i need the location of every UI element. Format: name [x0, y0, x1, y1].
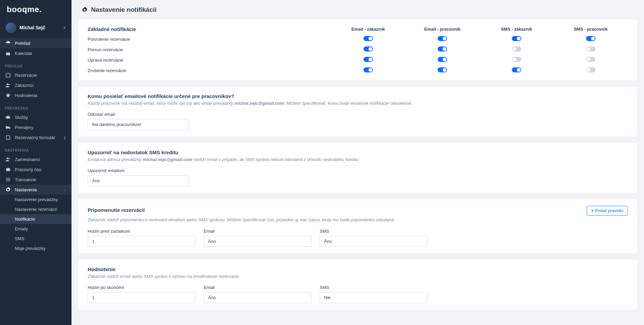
toggle-move-sms-work[interactable] — [586, 46, 595, 52]
row-label: Potvrdenie rezervácie — [88, 37, 331, 42]
nav-sub-nastavenie-prevadzky[interactable]: Nastavenie prevádzky — [0, 195, 71, 204]
nav-label: Rezervácie — [15, 73, 37, 78]
toggle-edit-email-work[interactable] — [438, 57, 447, 62]
col-email-customer: Email - zákazník — [331, 27, 405, 32]
toggle-confirm-sms-cust[interactable] — [512, 36, 521, 41]
nav-zakaznici[interactable]: Zákazníci — [0, 80, 71, 90]
email-recipient-card: Komu posielať emailové notifikácie určen… — [78, 87, 637, 137]
card-title: Upozorniť na nedostatok SMS kreditu — [88, 150, 628, 155]
card-desc: Každý pracovník má vlastný email, ktorý … — [88, 100, 628, 106]
col-sms-customer: SMS - zákazník — [479, 27, 554, 32]
briefcase-icon — [5, 167, 11, 172]
nav-sub-sms[interactable]: SMS — [0, 234, 71, 243]
nav-prenajmy[interactable]: Prenájmy — [0, 122, 71, 132]
nav-rezervacny-formular[interactable]: Rezervačný formulár ❮ — [0, 132, 71, 142]
nav-rezervacie[interactable]: Rezervácie — [0, 70, 71, 80]
nav-sub-nastavenie-rezervacii[interactable]: Nastavenie rezervácií — [0, 204, 71, 214]
svg-point-9 — [8, 158, 10, 159]
hours-after-input[interactable] — [88, 292, 196, 303]
card-desc: Zákazník obdrží email alebo SMS správu s… — [88, 273, 628, 280]
hours-after-label: Hodín po skončení — [88, 285, 196, 290]
nav-label: Emaily — [15, 226, 28, 231]
send-email-select[interactable]: Iba danému pracovníkovi — [88, 119, 189, 130]
toggle-move-email-cust[interactable] — [363, 46, 373, 52]
toggle-cancel-email-work[interactable] — [438, 67, 447, 72]
toggle-cancel-sms-cust[interactable] — [512, 67, 521, 72]
chevron-left-icon: ❮ — [63, 136, 66, 139]
toggle-move-email-work[interactable] — [438, 46, 447, 52]
card-title: Pripomenutie rezervácií — [88, 207, 145, 213]
star-icon — [5, 93, 11, 98]
basic-notifications-card: Základné notifikácie Email - zákazník Em… — [78, 20, 637, 80]
hours-before-input[interactable] — [88, 236, 196, 247]
list-icon — [5, 177, 11, 182]
nav-prehlad[interactable]: Prehľad — [0, 38, 71, 48]
add-rule-button[interactable]: + Pridať pravidlo — [587, 206, 628, 216]
gear-icon — [82, 7, 88, 13]
nav-sub-moje-prevadzky[interactable]: Moje prevádzky — [0, 243, 71, 253]
col-email-worker: Email - pracovník — [405, 27, 479, 32]
add-rule-label: Pridať pravidlo — [595, 208, 623, 213]
nav-zamestnanci[interactable]: Zamestnanci — [0, 154, 71, 164]
rating-email-select[interactable]: Áno — [204, 292, 312, 303]
toggle-edit-email-cust[interactable] — [363, 57, 373, 62]
reminder-email-label: Email — [204, 229, 312, 234]
calendar-icon — [5, 51, 11, 56]
nav-label: SMS — [15, 236, 24, 241]
svg-point-6 — [6, 128, 7, 129]
notification-table: Základné notifikácie Email - zákazník Em… — [88, 26, 628, 74]
nav-pracovny-cas[interactable]: Pracovný čas — [0, 164, 71, 174]
nav-sub-notifikacie[interactable]: Notifikácie — [0, 214, 71, 224]
nav-nastavenia[interactable]: Nastavenia ⌄ — [0, 185, 71, 195]
nav-label: Prenájmy — [15, 125, 33, 130]
users-icon — [5, 157, 11, 162]
toggle-move-sms-cust[interactable] — [512, 46, 521, 52]
row-label: Presun rezervácie — [88, 47, 331, 52]
nav-transakcie[interactable]: Transakcie — [0, 174, 71, 185]
nav-label: Kalendár — [15, 51, 32, 56]
main-content: Nastavenie notifikácií Základné notifiká… — [71, 0, 644, 325]
rating-sms-select[interactable]: Nie — [320, 292, 428, 303]
nav-hodnotenia[interactable]: Hodnotenia — [0, 90, 71, 100]
user-dropdown[interactable]: Michal Sejč ▼ — [0, 19, 71, 37]
nav-label: Pracovný čas — [15, 167, 41, 172]
card-title: Komu posielať emailové notifikácie určen… — [88, 93, 628, 99]
nav-label: Hodnotenia — [15, 93, 37, 98]
hours-before-label: Hodín pred začiatkom — [88, 229, 196, 234]
users-icon — [5, 83, 11, 88]
svg-point-3 — [7, 84, 8, 85]
nav-label: Zamestnanci — [15, 157, 40, 162]
user-name: Michal Sejč — [20, 25, 59, 30]
rating-sms-label: SMS — [320, 285, 428, 290]
logo: booqme. — [0, 0, 71, 19]
reminder-card: Pripomenutie rezervácií + Pridať pravidl… — [78, 199, 637, 253]
nav-kalendar[interactable]: Kalendár — [0, 48, 71, 58]
cloud-icon — [5, 115, 11, 120]
svg-rect-10 — [6, 168, 10, 171]
file-icon — [5, 135, 11, 140]
toggle-edit-sms-work[interactable] — [586, 57, 595, 62]
toggle-cancel-sms-work[interactable] — [586, 67, 595, 72]
nav-label: Transakcie — [15, 177, 36, 182]
sms-credit-card: Upozorniť na nedostatok SMS kreditu Emai… — [78, 143, 637, 193]
nav-label: Nastavenia — [15, 187, 37, 192]
notify-email-select[interactable]: Áno — [88, 175, 189, 186]
card-desc: Emailová adresa prevádzky michal.sejc@gm… — [88, 157, 628, 163]
send-email-label: Odoslať email — [88, 112, 628, 117]
rating-email-label: Email — [204, 285, 312, 290]
toggle-confirm-sms-work[interactable] — [586, 36, 595, 41]
calendar-event-icon — [5, 72, 11, 78]
reminder-email-select[interactable]: Áno — [204, 236, 312, 247]
dashboard-icon — [5, 40, 11, 46]
page-header: Nastavenie notifikácií — [71, 0, 644, 20]
svg-point-7 — [9, 128, 10, 129]
nav-sluzby[interactable]: Služby — [0, 112, 71, 122]
nav-label: Nastavenie prevádzky — [15, 197, 58, 202]
row-label: Zrušenie rezervácie — [88, 68, 331, 73]
reminder-sms-select[interactable]: Áno — [320, 236, 428, 247]
toggle-edit-sms-cust[interactable] — [512, 57, 521, 62]
toggle-confirm-email-work[interactable] — [438, 36, 447, 41]
toggle-confirm-email-cust[interactable] — [363, 36, 373, 41]
toggle-cancel-email-cust[interactable] — [363, 67, 373, 72]
nav-sub-emaily[interactable]: Emaily — [0, 224, 71, 234]
